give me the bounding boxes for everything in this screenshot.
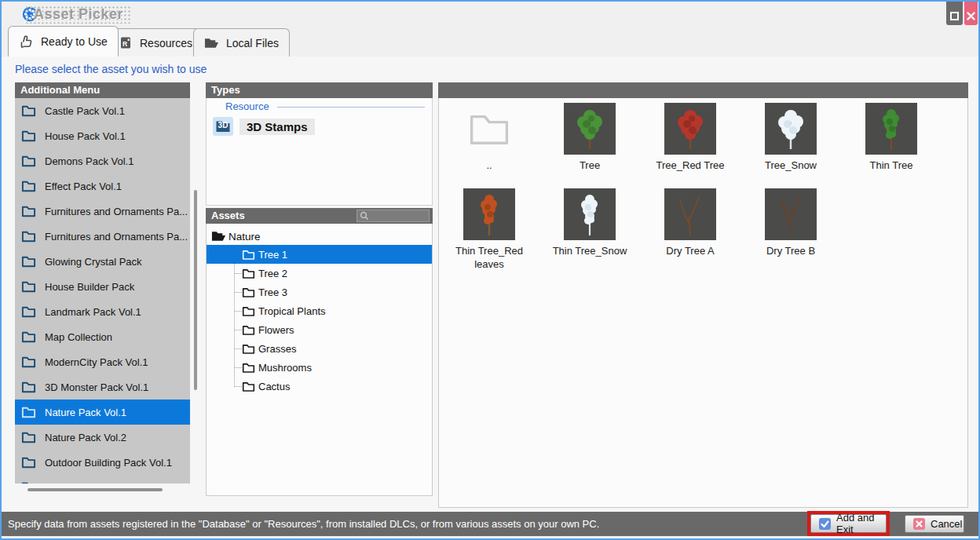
grid-item-thin-tree[interactable]: Thin Tree xyxy=(841,103,942,172)
grid-item-dry-tree-b[interactable]: Dry Tree B xyxy=(740,188,841,257)
red-highlight-box: Add and Exit xyxy=(807,511,890,536)
grid-item-tree-snow[interactable]: Tree_Snow xyxy=(740,103,841,172)
tree-thumbnail xyxy=(664,103,716,155)
tree-thumbnail xyxy=(765,188,817,240)
window-title: Asset Picker xyxy=(34,6,123,23)
folder-icon xyxy=(242,362,255,374)
close-icon xyxy=(967,12,975,20)
tree-branch xyxy=(235,386,242,387)
group-divider xyxy=(277,107,425,108)
menu-item[interactable]: Furnitures and Ornaments Pa... xyxy=(15,224,190,249)
folder-icon xyxy=(21,104,36,117)
grid-item-tree-red[interactable]: Tree_Red Tree xyxy=(640,103,740,172)
grid-item-thin-tree-snow[interactable]: Thin Tree_Snow xyxy=(539,188,640,257)
folder-icon xyxy=(21,280,36,293)
menu-item[interactable]: Demons Pack Vol.1 xyxy=(15,148,190,173)
resources-icon: R xyxy=(119,36,133,49)
tree-item[interactable]: Tree 3 xyxy=(207,283,432,301)
folder-icon xyxy=(21,330,36,343)
tree-branch xyxy=(235,367,242,368)
tree-item[interactable]: Grasses xyxy=(207,339,432,358)
tab-ready-to-use[interactable]: Ready to Use xyxy=(8,26,119,57)
tab-label: Resources xyxy=(140,37,192,49)
folder-icon xyxy=(242,249,255,261)
maximize-button[interactable] xyxy=(946,2,963,25)
menu-item[interactable]: Effect Pack Vol.1 xyxy=(15,173,190,199)
tree-thumbnail xyxy=(564,188,616,240)
menu-item[interactable]: House Pack Vol.1 xyxy=(15,123,190,148)
menu-item-selected[interactable]: Nature Pack Vol.1 xyxy=(15,400,190,425)
menu-horizontal-scrollbar[interactable] xyxy=(27,488,163,491)
grid-item-dry-tree-a[interactable]: Dry Tree A xyxy=(640,188,740,257)
folder-icon xyxy=(21,431,36,443)
folder-icon xyxy=(21,180,36,192)
grid-header xyxy=(438,82,968,98)
grid-item-parent-folder[interactable]: .. xyxy=(439,103,539,172)
tree-thumbnail xyxy=(765,103,817,155)
folder-icon xyxy=(242,324,255,336)
type-item-3d-stamps[interactable]: 3D 3D Stamps xyxy=(213,117,315,136)
grid-item-thin-tree-red[interactable]: Thin Tree_Red leaves xyxy=(439,188,539,271)
tree-item[interactable]: Flowers xyxy=(207,320,432,339)
menu-item[interactable]: Landmark Pack Vol.1 xyxy=(15,299,190,324)
menu-item[interactable]: Outdoor Building Pack Vol.1 xyxy=(15,450,190,475)
folder-icon xyxy=(21,481,36,483)
menu-vertical-scrollbar[interactable] xyxy=(194,190,197,390)
folder-icon xyxy=(242,343,255,355)
folder-icon xyxy=(21,406,36,418)
tree-root-nature[interactable]: Nature xyxy=(207,228,432,245)
cancel-button[interactable]: Cancel xyxy=(905,515,964,533)
grid-item-tree[interactable]: Tree xyxy=(539,103,640,172)
tree-item-selected[interactable]: Tree 1 xyxy=(207,245,432,264)
tree-item[interactable]: Tropical Plants xyxy=(207,301,432,320)
menu-item[interactable]: ModernCity Pack Vol.1 xyxy=(15,349,190,374)
add-and-exit-button[interactable]: Add and Exit xyxy=(810,514,887,533)
tab-resources[interactable]: R Resources xyxy=(108,28,203,57)
folder-icon xyxy=(21,205,36,217)
assets-tree: Nature Tree 1 Tree 2 Tree 3 Tropical Pla… xyxy=(206,224,433,496)
menu-item-partial[interactable] xyxy=(15,475,190,483)
assets-search-input[interactable] xyxy=(357,210,430,222)
open-folder-icon xyxy=(204,37,219,49)
types-header: Types xyxy=(206,82,433,98)
3d-stamps-icon: 3D xyxy=(213,117,233,136)
additional-menu-header: Additional Menu xyxy=(15,82,190,98)
tab-local-files[interactable]: Local Files xyxy=(193,28,290,57)
tree-item[interactable]: Tree 2 xyxy=(207,264,432,283)
menu-item[interactable]: 3D Monster Pack Vol.1 xyxy=(15,374,190,400)
maximize-icon xyxy=(950,12,959,20)
menu-item[interactable]: Glowing Crystal Pack xyxy=(15,249,190,274)
menu-item[interactable]: House Builder Pack xyxy=(15,274,190,299)
tree-branch xyxy=(235,348,242,349)
menu-item[interactable]: Nature Pack Vol.2 xyxy=(15,425,190,450)
type-item-label: 3D Stamps xyxy=(240,119,315,135)
titlebar: Asset Picker xyxy=(2,2,978,26)
tree-item[interactable]: Cactus xyxy=(207,377,432,396)
folder-icon xyxy=(242,305,255,317)
title-pattern: Asset Picker xyxy=(25,5,132,24)
folder-icon xyxy=(21,155,36,167)
resource-group-label: Resource xyxy=(225,100,269,112)
tree-branch xyxy=(235,311,242,312)
tree-branch xyxy=(235,292,242,293)
menu-item[interactable]: Furnitures and Ornaments Pa... xyxy=(15,199,190,224)
tree-item[interactable]: Mushrooms xyxy=(207,358,432,377)
close-button[interactable] xyxy=(964,2,978,25)
asset-picker-window: Asset Picker Ready to Use R Resources Lo… xyxy=(0,0,980,540)
tree-thumbnail xyxy=(865,103,917,155)
folder-icon xyxy=(242,286,255,298)
instruction-text: Please select the asset you wish to use xyxy=(15,63,207,75)
folder-icon xyxy=(242,381,255,392)
asset-grid: .. Tree Tree_Red Tree Tree xyxy=(438,98,968,508)
types-panel: Resource 3D 3D Stamps xyxy=(206,98,433,206)
tree-branch xyxy=(235,330,242,330)
tab-label: Local Files xyxy=(226,37,279,49)
search-icon xyxy=(360,211,369,221)
menu-item[interactable]: Map Collection xyxy=(15,324,190,349)
cancel-button-label: Cancel xyxy=(931,518,962,530)
folder-icon xyxy=(242,268,255,279)
open-folder-icon xyxy=(211,230,226,243)
folder-icon xyxy=(21,305,36,318)
tree-branch xyxy=(235,254,242,255)
menu-item[interactable]: Castle Pack Vol.1 xyxy=(15,98,190,123)
